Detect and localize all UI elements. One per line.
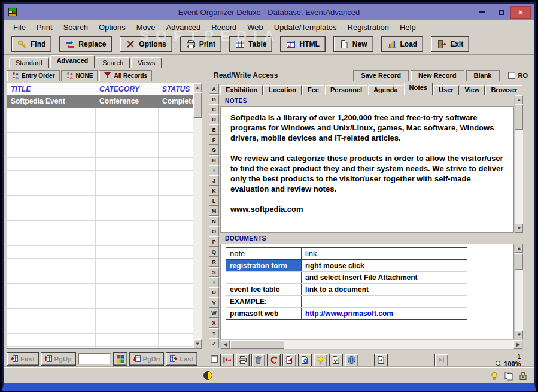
tab-fee[interactable]: Fee bbox=[302, 85, 324, 95]
scroll-track[interactable] bbox=[193, 118, 202, 339]
doc-note-cell[interactable]: EXAMPLE: bbox=[226, 296, 302, 308]
find-button[interactable]: Find bbox=[11, 36, 51, 52]
page-down-button[interactable]: PgDn bbox=[129, 352, 165, 366]
export-button[interactable] bbox=[282, 354, 296, 367]
first-record-button[interactable]: First bbox=[7, 352, 39, 366]
tab-notes[interactable]: Notes bbox=[404, 83, 433, 95]
scroll-up-icon[interactable]: ▲ bbox=[193, 83, 202, 92]
attach-button[interactable] bbox=[374, 354, 388, 367]
menu-item-help[interactable]: Help bbox=[394, 21, 421, 34]
doc-row[interactable]: event fee table link to a document bbox=[226, 284, 467, 296]
menu-item-record[interactable]: Record bbox=[206, 21, 242, 34]
menu-item-web[interactable]: Web bbox=[242, 21, 269, 34]
doc-link-url[interactable]: http://www.primasoft.com bbox=[302, 308, 467, 320]
alpha-button[interactable]: L bbox=[209, 196, 219, 206]
read-only-checkbox[interactable] bbox=[508, 72, 515, 79]
print-record-button[interactable] bbox=[236, 354, 250, 367]
menu-item-search[interactable]: Search bbox=[58, 21, 93, 34]
alpha-button[interactable]: Q bbox=[209, 247, 219, 257]
options-button[interactable]: Options bbox=[120, 36, 172, 52]
scroll-thumb[interactable] bbox=[193, 93, 202, 118]
alpha-button[interactable]: W bbox=[209, 308, 219, 318]
scroll-thumb[interactable] bbox=[515, 105, 523, 130]
tab-exhibition[interactable]: Exhibition bbox=[220, 85, 263, 95]
doc-column-link[interactable]: link bbox=[302, 248, 467, 260]
html-button[interactable]: HTML bbox=[280, 36, 325, 52]
status-tip-icon[interactable] bbox=[490, 371, 499, 381]
load-button[interactable]: Load bbox=[381, 36, 424, 52]
next-record-button[interactable] bbox=[434, 354, 448, 367]
tab-views[interactable]: Views bbox=[131, 57, 162, 68]
last-record-button[interactable]: Last bbox=[166, 352, 197, 366]
record-title-cell[interactable]: Softpedia Event bbox=[7, 95, 96, 108]
alpha-button[interactable]: S bbox=[209, 267, 219, 277]
doc-link-cell[interactable]: link to a document bbox=[302, 284, 467, 296]
scroll-left-icon[interactable]: ◀ bbox=[221, 340, 230, 349]
scroll-down-icon[interactable]: ▼ bbox=[515, 224, 523, 233]
back-button[interactable] bbox=[220, 354, 234, 367]
status-copy-icon[interactable] bbox=[504, 371, 513, 381]
sort-none-button[interactable]: NONE bbox=[61, 70, 98, 81]
close-button[interactable]: × bbox=[511, 7, 530, 18]
exit-button[interactable]: Exit bbox=[431, 36, 469, 52]
doc-row[interactable]: primasoft web http://www.primasoft.com bbox=[226, 308, 467, 320]
delete-button[interactable] bbox=[251, 354, 265, 367]
record-status-cell[interactable]: Completed bbox=[159, 95, 193, 108]
alpha-button[interactable]: B bbox=[209, 94, 219, 104]
blank-record-button[interactable]: Blank bbox=[466, 70, 500, 81]
doc-link-cell[interactable] bbox=[302, 296, 467, 308]
scroll-up-icon[interactable]: ▲ bbox=[515, 95, 523, 104]
alpha-button[interactable]: V bbox=[209, 297, 219, 308]
alpha-button[interactable]: Y bbox=[209, 328, 219, 338]
doc-note-cell[interactable]: primasoft web bbox=[226, 308, 302, 320]
all-records-button[interactable]: All Records bbox=[99, 70, 152, 81]
tab-advanced[interactable]: Advanced bbox=[50, 55, 95, 68]
record-category-cell[interactable]: Conference bbox=[96, 95, 159, 108]
scroll-down-icon[interactable]: ▼ bbox=[515, 330, 523, 339]
alpha-button[interactable]: F bbox=[209, 135, 219, 145]
documents-scrollbar[interactable]: ▲ ▼ bbox=[514, 244, 523, 339]
alpha-button[interactable]: K bbox=[209, 186, 219, 196]
menu-item-file[interactable]: File bbox=[8, 21, 31, 34]
alpha-button[interactable]: R bbox=[209, 257, 219, 267]
record-row-selected[interactable]: Softpedia Event Conference Completed bbox=[7, 95, 193, 108]
status-lock-icon[interactable] bbox=[518, 371, 528, 381]
print-button[interactable]: Print bbox=[180, 36, 221, 52]
tab-location[interactable]: Location bbox=[263, 85, 302, 95]
panel-splitter[interactable] bbox=[202, 68, 209, 367]
web-button[interactable] bbox=[345, 354, 358, 367]
tab-browser[interactable]: Browser bbox=[485, 85, 522, 95]
alpha-button[interactable]: I bbox=[209, 165, 219, 175]
documents-hscrollbar[interactable]: ◀ ▶ bbox=[220, 339, 523, 350]
scroll-down-icon[interactable]: ▼ bbox=[193, 339, 202, 348]
alpha-button[interactable]: Z bbox=[209, 338, 219, 348]
alpha-button[interactable]: C bbox=[209, 104, 219, 114]
alpha-button[interactable]: N bbox=[209, 216, 219, 226]
scroll-track[interactable] bbox=[515, 271, 523, 330]
entry-order-button[interactable]: Entry Order bbox=[7, 70, 60, 81]
tab-personnel[interactable]: Personnel bbox=[325, 85, 367, 95]
goto-record-button[interactable] bbox=[113, 352, 127, 366]
doc-row[interactable]: and select Insert File Attachment bbox=[226, 272, 467, 284]
new-button[interactable]: New bbox=[333, 36, 373, 52]
refresh-button[interactable] bbox=[267, 354, 281, 367]
tab-standard[interactable]: Standard bbox=[9, 57, 49, 68]
tab-user[interactable]: User bbox=[433, 85, 458, 95]
replace-button[interactable]: Replace bbox=[59, 36, 112, 52]
doc-note-cell[interactable] bbox=[226, 272, 302, 284]
maximize-button[interactable] bbox=[493, 7, 509, 18]
alpha-button[interactable]: G bbox=[209, 145, 219, 155]
alpha-button[interactable]: P bbox=[209, 236, 219, 247]
page-up-button[interactable]: PgUp bbox=[41, 352, 76, 366]
view-document-button[interactable] bbox=[298, 354, 312, 367]
menu-item-advanced[interactable]: Advanced bbox=[161, 21, 206, 34]
colors-button[interactable] bbox=[329, 354, 343, 367]
tab-view[interactable]: View bbox=[460, 85, 485, 95]
alpha-button[interactable]: M bbox=[209, 206, 219, 216]
alpha-button[interactable]: D bbox=[209, 114, 219, 124]
alpha-button[interactable]: T bbox=[209, 277, 219, 287]
menu-item-move[interactable]: Move bbox=[131, 21, 161, 34]
column-category[interactable]: CATEGORY bbox=[96, 83, 159, 95]
menu-item-options[interactable]: Options bbox=[93, 21, 131, 34]
minimize-button[interactable] bbox=[474, 7, 491, 18]
